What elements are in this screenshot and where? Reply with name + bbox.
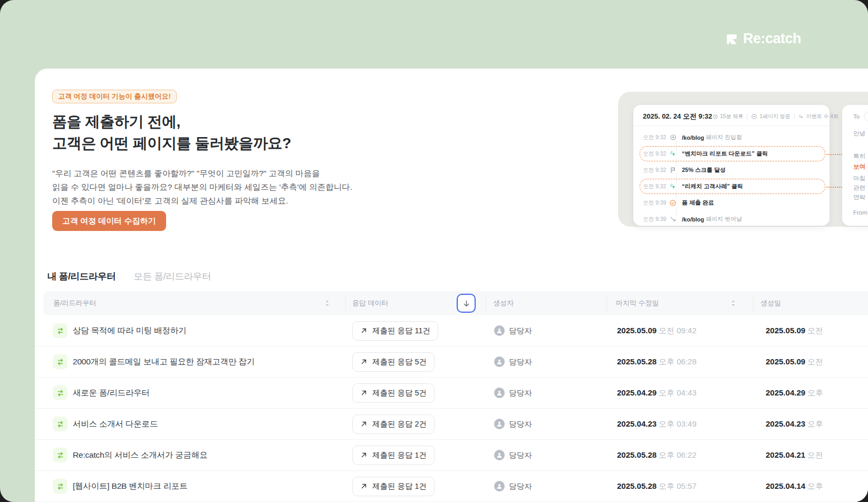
lead-router-icon xyxy=(53,385,67,400)
event-text-strong: /ko/blog xyxy=(682,216,704,223)
cursor-click-icon xyxy=(670,183,677,190)
feature-badge: 고객 여정 데이터 기능이 출시됐어요! xyxy=(52,90,177,103)
hero-desc-line2: 읽을 수 있다면 얼마나 좋을까요? 대부분의 마케터와 세일즈는 '추측'에 … xyxy=(52,182,352,191)
eye-icon xyxy=(670,134,677,141)
email-text-fragment: 연락 xyxy=(853,194,868,201)
table-row[interactable]: [웹사이트] B2B 벤치마크 리포트 제출된 응답 1건 담당자 xyxy=(35,471,868,502)
modified-time: 오전 09:42 xyxy=(659,326,697,335)
form-name-cell: [웹사이트] B2B 벤치마크 리포트 xyxy=(53,479,352,494)
form-name: 서비스 소개서 다운로드 xyxy=(73,419,158,430)
created-date: 2025.04.29 xyxy=(766,388,805,397)
modified-cell: 2025.05.09오전 09:42 xyxy=(617,326,766,336)
meta-separator xyxy=(794,114,795,119)
email-text-fragment: 보여 xyxy=(853,163,868,171)
brand-logo[interactable]: Re:catch xyxy=(725,31,801,47)
sort-toggle-icon[interactable] xyxy=(731,300,736,307)
modified-date: 2025.05.28 xyxy=(617,450,657,459)
session-meta: 15분 체류 1페이지 방문 이벤트 수 4회 xyxy=(712,113,838,120)
brand-name: Re:catch xyxy=(743,31,801,47)
responses-cell: 제출된 응답 1건 xyxy=(352,446,494,465)
email-text-fragment: To xyxy=(853,112,868,121)
event-time: 오전 9:32 xyxy=(643,134,667,141)
hero-desc-line3: 이젠 추측이 아닌 '데이터'로 고객의 실제 관심사를 파악해 보세요. xyxy=(52,196,288,205)
external-link-arrow-icon xyxy=(360,389,368,397)
created-cell: 2025.04.21오전 xyxy=(766,450,868,460)
tab-my-forms[interactable]: 내 폼/리드라우터 xyxy=(47,270,116,283)
created-time: 오후 xyxy=(807,481,823,490)
journey-event-row: 오전 9:32 25% 스크롤 달성 xyxy=(643,162,822,178)
collect-journey-data-button[interactable]: 고객 여정 데이터 수집하기 xyxy=(52,211,166,231)
column-header-modified[interactable]: 마지막 수정일 xyxy=(616,298,659,308)
event-icon-wrap xyxy=(668,183,678,190)
creator-name: 담당자 xyxy=(509,357,532,367)
created-cell: 2025.05.09오전 xyxy=(766,357,868,367)
table-row[interactable]: 상담 목적에 따라 미팅 배정하기 제출된 응답 11건 담당자 xyxy=(35,315,868,346)
created-cell: 2025.05.09오전 xyxy=(766,326,868,336)
journey-event-row: 오전 9:39 /ko/blog 페이지 벗어남 xyxy=(643,211,822,227)
table-row[interactable]: 서비스 소개서 다운로드 제출된 응답 2건 담당자 xyxy=(35,409,868,440)
column-header-creator[interactable]: 생성자 xyxy=(493,298,514,308)
event-text-strong: 25% 스크롤 달성 xyxy=(682,166,726,174)
modified-cell: 2025.05.28오후 06:22 xyxy=(617,450,766,460)
modified-time: 오후 03:49 xyxy=(659,419,697,428)
submitted-responses-button[interactable]: 제출된 응답 5건 xyxy=(352,352,435,372)
column-header-responses[interactable]: 응답 데이터 xyxy=(352,298,389,308)
creator-cell: 담당자 xyxy=(494,325,617,336)
event-icon-wrap xyxy=(668,216,678,223)
submitted-responses-button[interactable]: 제출된 응답 2건 xyxy=(352,414,435,434)
submitted-responses-button[interactable]: 제출된 응답 11건 xyxy=(352,321,438,341)
responses-count-label: 제출된 응답 1건 xyxy=(372,481,427,491)
creator-name: 담당자 xyxy=(509,419,532,429)
modified-cell: 2025.05.28오후 05:57 xyxy=(617,481,766,491)
email-text: 관련 xyxy=(853,185,865,191)
email-text: 안녕 xyxy=(853,130,865,137)
responses-count-label: 제출된 응답 5건 xyxy=(372,357,427,367)
creator-cell: 담당자 xyxy=(494,450,617,460)
submitted-responses-button[interactable]: 제출된 응답 5건 xyxy=(352,383,435,403)
column-header-created[interactable]: 생성일 xyxy=(760,298,781,308)
responses-cell: 제출된 응답 5건 xyxy=(352,352,494,372)
email-text-fragment: 마침 xyxy=(853,175,868,182)
journey-event-row: 오전 9:39 폼 제출 완료 xyxy=(643,195,822,211)
table-row[interactable]: 2000개의 콜드메일 보내고 필요한 잠재고객만 잡기 제출된 응답 5건 담… xyxy=(35,346,868,378)
eye-icon xyxy=(751,113,757,120)
arrow-down-icon xyxy=(462,300,470,307)
email-text: To xyxy=(853,113,860,121)
session-pageviews: 1페이지 방문 xyxy=(751,113,790,120)
table-row[interactable]: 새로운 폼/리드라우터 제출된 응답 5건 담당자 xyxy=(35,378,868,409)
cursor-click-icon xyxy=(670,150,677,157)
external-link-arrow-icon xyxy=(360,327,368,334)
creator-name: 담당자 xyxy=(509,388,532,398)
event-time: 오전 9:32 xyxy=(643,167,667,174)
external-link-arrow-icon xyxy=(360,482,368,490)
created-date: 2025.05.09 xyxy=(766,326,805,335)
email-text: 특히 xyxy=(853,153,865,159)
creator-name: 담당자 xyxy=(509,326,532,336)
sort-toggle-icon[interactable] xyxy=(325,300,330,307)
lead-router-icon xyxy=(53,479,67,494)
responses-cell: 제출된 응답 11건 xyxy=(352,321,494,341)
sort-descending-button[interactable] xyxy=(457,294,476,313)
event-text-strong: 폼 제출 완료 xyxy=(682,199,714,207)
journey-event-row: 오전 9:32 /ko/blog 페이지 진입함 xyxy=(643,129,822,146)
modified-time: 오후 04:43 xyxy=(659,388,697,397)
tab-all-forms[interactable]: 모든 폼/리드라우터 xyxy=(134,270,211,283)
responses-cell: 제출된 응답 1건 xyxy=(352,477,494,496)
form-name: [웹사이트] B2B 벤치마크 리포트 xyxy=(73,481,188,492)
creator-cell: 담당자 xyxy=(494,388,617,398)
journey-timeline: 오전 9:32 /ko/blog 페이지 진입함 오전 9:32 xyxy=(633,126,830,227)
submitted-responses-button[interactable]: 제출된 응답 1건 xyxy=(352,446,435,465)
modified-date: 2025.05.09 xyxy=(617,326,657,335)
session-duration-label: 15분 체류 xyxy=(720,113,744,120)
lead-router-icon xyxy=(53,448,67,462)
table-row[interactable]: Re:catch의 서비스 소개서가 궁금해요 제출된 응답 1건 담당자 xyxy=(35,440,868,471)
created-date: 2025.05.09 xyxy=(766,357,805,366)
column-header-form[interactable]: 폼/리드라우터 xyxy=(53,298,97,308)
modified-date: 2025.04.29 xyxy=(617,388,657,397)
session-events: 이벤트 수 4회 xyxy=(798,113,838,120)
column-divider xyxy=(486,295,486,311)
hero-description: "우리 고객은 어떤 콘텐츠를 좋아할까?" "무엇이 고민일까?" 고객의 마… xyxy=(52,167,352,208)
flag-icon xyxy=(670,167,677,173)
submitted-responses-button[interactable]: 제출된 응답 1건 xyxy=(352,477,435,496)
avatar xyxy=(494,450,505,460)
